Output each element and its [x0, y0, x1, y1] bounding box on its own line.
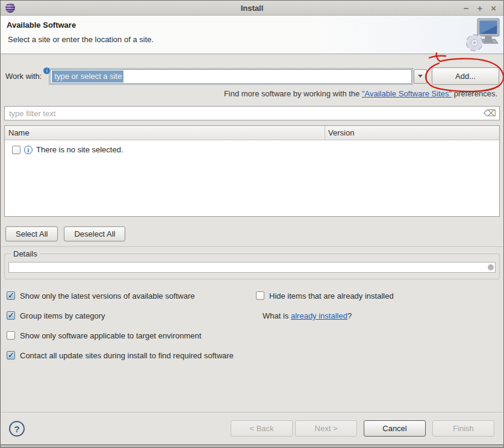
- details-group: Details: [4, 249, 500, 279]
- next-button[interactable]: Next >: [295, 420, 357, 437]
- combo-selected-text: type or select a site: [52, 70, 123, 82]
- separator: [1, 246, 503, 247]
- titlebar: Install − + ×: [1, 1, 503, 16]
- checkbox[interactable]: [256, 291, 264, 300]
- details-text-field[interactable]: [8, 262, 496, 273]
- page-subtitle: Select a site or enter the location of a…: [1, 30, 503, 44]
- deselect-all-button[interactable]: Deselect All: [64, 226, 125, 241]
- find-more-software-hint: Find more software by working with the "…: [1, 89, 497, 98]
- finish-button[interactable]: Finish: [432, 420, 494, 437]
- option-show-latest[interactable]: Show only the latest versions of availab…: [7, 291, 256, 300]
- page-title: Available Software: [1, 16, 503, 30]
- checkbox-label: Show only software applicable to target …: [20, 331, 201, 340]
- spacer: [1, 371, 503, 412]
- options-area: Show only the latest versions of availab…: [7, 291, 503, 371]
- help-icon[interactable]: ?: [9, 421, 25, 437]
- checkbox[interactable]: [7, 311, 15, 320]
- checkbox[interactable]: [7, 331, 15, 340]
- table-header: Name Version: [5, 126, 499, 140]
- info-icon: i: [43, 67, 50, 74]
- footer-bar: ? < Back Next > Cancel Finish: [1, 412, 503, 444]
- option-target-environment[interactable]: Show only software applicable to target …: [7, 331, 256, 340]
- column-header-version[interactable]: Version: [325, 128, 499, 137]
- row-text: There is no site selected.: [36, 145, 123, 154]
- work-with-label: Work with: i: [5, 72, 50, 81]
- chevron-down-icon: [418, 75, 423, 78]
- option-contact-update-sites[interactable]: Contact all update sites during install …: [7, 351, 256, 359]
- what-is-installed-text: What is already installed?: [263, 311, 503, 320]
- wizard-header: Available Software Select a site or ente…: [1, 16, 503, 54]
- software-table: Name Version i There is no site selected…: [4, 125, 500, 217]
- info-icon: i: [24, 146, 33, 154]
- table-row[interactable]: i There is no site selected.: [5, 140, 499, 154]
- filter-input[interactable]: [4, 106, 500, 120]
- checkbox-label: Show only the latest versions of availab…: [20, 291, 195, 300]
- details-label: Details: [11, 249, 40, 258]
- option-hide-installed[interactable]: Hide items that are already installed: [256, 291, 503, 300]
- window-title: Install: [1, 4, 503, 13]
- install-dialog: Install − + × Available Software Select …: [0, 0, 504, 448]
- add-button[interactable]: Add...: [432, 67, 499, 85]
- row-checkbox[interactable]: [12, 146, 20, 154]
- checkbox-label: Group items by category: [20, 311, 105, 320]
- already-installed-link[interactable]: already installed: [291, 311, 347, 320]
- select-all-button[interactable]: Select All: [5, 226, 58, 241]
- work-with-row: Work with: i type or select a site Add..…: [5, 67, 499, 85]
- checkbox[interactable]: [7, 291, 15, 300]
- option-group-by-category[interactable]: Group items by category: [7, 311, 256, 320]
- scrollbar-thumb[interactable]: [488, 264, 494, 270]
- install-software-icon: [465, 17, 500, 52]
- options-right-column: Hide items that are already installed Wh…: [256, 291, 503, 371]
- clear-filter-icon[interactable]: ⌫: [484, 108, 496, 119]
- filter-field-wrap: ⌫: [4, 106, 500, 120]
- back-button[interactable]: < Back: [231, 420, 293, 437]
- combo-dropdown-button[interactable]: [414, 69, 427, 84]
- window-bottom-border: [1, 444, 503, 448]
- checkbox-label: Contact all update sites during install …: [20, 351, 234, 360]
- available-software-sites-link[interactable]: "Available Software Sites": [362, 89, 452, 98]
- column-header-name[interactable]: Name: [5, 128, 325, 137]
- work-with-combo[interactable]: type or select a site: [50, 69, 412, 84]
- checkbox-label: Hide items that are already installed: [269, 291, 394, 300]
- selection-buttons-row: Select All Deselect All: [5, 226, 503, 241]
- options-left-column: Show only the latest versions of availab…: [7, 291, 256, 371]
- cancel-button[interactable]: Cancel: [364, 420, 426, 437]
- checkbox[interactable]: [7, 351, 15, 359]
